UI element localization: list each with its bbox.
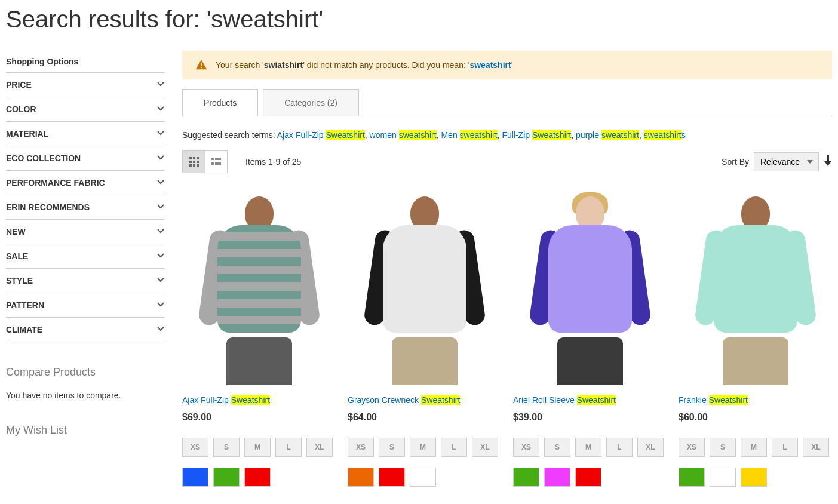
view-mode-group [182, 150, 228, 173]
size-swatch-l[interactable]: L [772, 438, 798, 457]
filter-price[interactable]: PRICE [6, 73, 164, 97]
size-swatch-s[interactable]: S [544, 438, 570, 457]
list-view-button[interactable] [205, 150, 228, 173]
color-swatch[interactable] [379, 468, 405, 487]
sort-direction-button[interactable] [824, 155, 832, 169]
color-swatch[interactable] [575, 468, 601, 487]
size-swatch-l[interactable]: L [606, 438, 633, 457]
svg-rect-14 [215, 162, 221, 165]
did-you-mean-link[interactable]: sweatshirt [469, 60, 511, 70]
size-swatch-m[interactable]: M [410, 438, 436, 457]
color-swatch[interactable] [410, 468, 436, 487]
color-swatch[interactable] [710, 468, 736, 487]
size-swatch-xl[interactable]: XL [803, 438, 829, 457]
color-swatches [679, 468, 832, 487]
size-swatches: XSSMLXL [348, 438, 501, 457]
tab-categories[interactable]: Categories (2) [263, 89, 359, 116]
arrow-down-icon [824, 155, 832, 166]
msg-mid: ' did not match any products. Did you me… [303, 60, 469, 70]
color-swatches [513, 468, 667, 487]
filter-erin-recommends[interactable]: ERIN RECOMMENDS [6, 195, 164, 220]
size-swatch-l[interactable]: L [441, 438, 467, 457]
filter-color[interactable]: COLOR [6, 97, 164, 122]
tab-products[interactable]: Products [182, 89, 258, 116]
color-swatch[interactable] [348, 468, 374, 487]
svg-rect-4 [197, 157, 199, 159]
filter-label: ERIN RECOMMENDS [6, 202, 90, 212]
msg-suffix: ' [511, 60, 513, 70]
product-link[interactable]: Grayson Crewneck Sweatshirt [348, 395, 460, 405]
suggested-term-link[interactable]: women sweatshirt [370, 130, 437, 140]
suggested-term-link[interactable]: Full-Zip Sweatshirt [502, 130, 571, 140]
size-swatch-s[interactable]: S [213, 438, 240, 457]
product-image[interactable] [679, 191, 832, 388]
message-text: Your search 'swiatshirt' did not match a… [216, 60, 512, 70]
grid-icon [189, 157, 199, 167]
size-swatch-xs[interactable]: XS [182, 438, 208, 457]
svg-rect-1 [201, 67, 202, 68]
filter-eco-collection[interactable]: ECO COLLECTION [6, 146, 164, 171]
size-swatch-xl[interactable]: XL [306, 438, 333, 457]
product-link[interactable]: Ariel Roll Sleeve Sweatshirt [513, 395, 616, 405]
main-content: Your search 'swiatshirt' did not match a… [182, 51, 832, 487]
filter-sale[interactable]: SALE [6, 244, 164, 269]
color-swatch[interactable] [213, 468, 240, 487]
size-swatch-xs[interactable]: XS [513, 438, 539, 457]
size-swatches: XSSMLXL [513, 438, 667, 457]
product-card: Frankie Sweatshirt$60.00XSSMLXL [679, 191, 832, 487]
filter-material[interactable]: MATERIAL [6, 122, 164, 146]
size-swatch-l[interactable]: L [275, 438, 302, 457]
filter-climate[interactable]: CLIMATE [6, 318, 164, 342]
size-swatch-s[interactable]: S [710, 438, 736, 457]
warning-icon [194, 58, 208, 72]
filter-pattern[interactable]: PATTERN [6, 293, 164, 318]
size-swatch-xl[interactable]: XL [472, 438, 498, 457]
compare-products-title: Compare Products [6, 366, 164, 379]
chevron-down-icon [157, 325, 164, 334]
size-swatch-xl[interactable]: XL [637, 438, 664, 457]
suggested-term-link[interactable]: Ajax Full-Zip Sweatshirt [277, 130, 365, 140]
color-swatch[interactable] [544, 468, 570, 487]
filter-new[interactable]: NEW [6, 220, 164, 244]
product-link[interactable]: Frankie Sweatshirt [679, 395, 748, 405]
suggested-term-link[interactable]: Men sweatshirt [441, 130, 497, 140]
filter-style[interactable]: STYLE [6, 269, 164, 293]
color-swatch[interactable] [182, 468, 208, 487]
search-correction-message: Your search 'swiatshirt' did not match a… [182, 51, 832, 79]
suggested-term-link[interactable]: purple sweatshirt [576, 130, 639, 140]
sort-select[interactable]: Relevance [754, 152, 819, 171]
svg-rect-0 [201, 63, 202, 66]
svg-rect-3 [193, 157, 195, 159]
product-link[interactable]: Ajax Full-Zip Sweatshirt [182, 395, 270, 405]
chevron-down-icon [157, 202, 164, 212]
color-swatch[interactable] [244, 468, 271, 487]
product-image[interactable] [182, 191, 336, 388]
size-swatches: XSSMLXL [679, 438, 832, 457]
filter-label: SALE [6, 251, 28, 261]
size-swatch-xs[interactable]: XS [348, 438, 374, 457]
svg-rect-12 [215, 158, 221, 160]
filter-label: CLIMATE [6, 325, 42, 334]
product-image[interactable] [348, 191, 501, 388]
color-swatch[interactable] [741, 468, 767, 487]
page-title: Search results for: 'sweatshirt' [6, 6, 832, 33]
color-swatch[interactable] [513, 468, 539, 487]
shopping-options-title: Shopping Options [6, 51, 164, 73]
grid-view-button[interactable] [182, 150, 205, 173]
size-swatch-m[interactable]: M [575, 438, 601, 457]
size-swatch-m[interactable]: M [741, 438, 767, 457]
suggested-term-link[interactable]: sweatshirts [644, 130, 686, 140]
product-image[interactable] [513, 191, 667, 388]
filter-performance-fabric[interactable]: PERFORMANCE FABRIC [6, 171, 164, 195]
svg-rect-8 [189, 164, 192, 167]
toolbar: Items 1-9 of 25 Sort By Relevance [182, 150, 832, 173]
filter-label: COLOR [6, 105, 36, 114]
size-swatch-s[interactable]: S [379, 438, 405, 457]
size-swatch-xs[interactable]: XS [679, 438, 705, 457]
sort-control: Sort By Relevance [722, 152, 832, 171]
filter-label: STYLE [6, 276, 33, 285]
color-swatch[interactable] [679, 468, 705, 487]
product-name: Frankie Sweatshirt [679, 395, 832, 405]
chevron-down-icon [157, 227, 164, 236]
size-swatch-m[interactable]: M [244, 438, 271, 457]
